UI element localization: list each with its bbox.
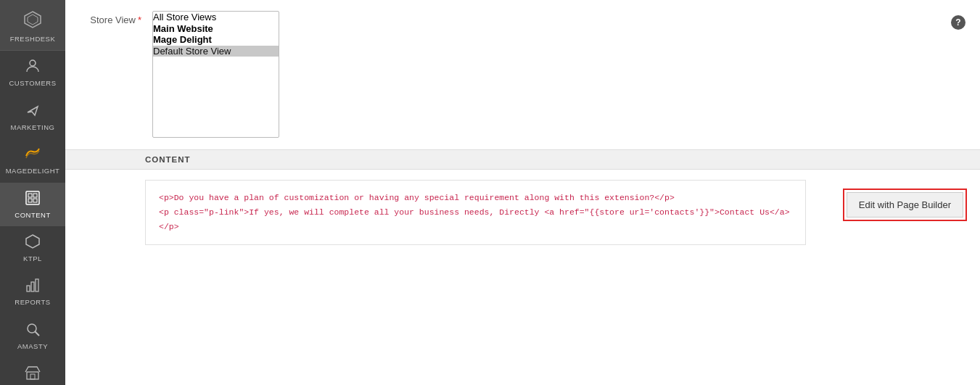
help-icon-wrapper: ? <box>945 11 965 30</box>
amasty-icon <box>25 321 41 339</box>
store-view-label: Store View* <box>80 11 152 25</box>
sidebar-item-label-customers: CUSTOMERS <box>9 79 56 87</box>
sidebar: FRESHDESK CUSTOMERS MARKETING MAGEDELIGH… <box>0 0 65 385</box>
content-code-block: <p>Do you have a plan of customization o… <box>145 180 806 245</box>
store-view-field: All Store Views Main Website Mage Deligh… <box>152 11 945 138</box>
stores-icon <box>25 365 41 383</box>
store-view-option-all[interactable]: All Store Views <box>153 12 279 23</box>
svg-marker-8 <box>26 235 39 248</box>
customers-icon <box>25 58 41 76</box>
svg-rect-7 <box>33 199 37 202</box>
store-view-option-main[interactable]: Main Website <box>153 23 279 35</box>
content-icon <box>25 190 41 208</box>
store-view-option-default[interactable]: Default Store View <box>153 46 279 57</box>
svg-rect-10 <box>31 282 34 291</box>
sidebar-item-magedelight[interactable]: MAGEDELIGHT <box>0 138 65 182</box>
sidebar-item-marketing[interactable]: MARKETING <box>0 95 65 138</box>
magedelight-icon <box>25 146 41 164</box>
sidebar-item-amasty[interactable]: AMASTY <box>0 314 65 357</box>
content-section-heading: CONTENT <box>65 149 980 170</box>
sidebar-item-label-amasty: AMASTY <box>17 342 48 350</box>
content-label: CONTENT <box>145 155 191 164</box>
main-content: Store View* All Store Views Main Website… <box>65 0 980 385</box>
sidebar-item-label-ktpl: KTPL <box>23 254 42 262</box>
svg-point-2 <box>30 60 36 66</box>
sidebar-item-label-freshdesk: FRESHDESK <box>10 35 56 43</box>
svg-rect-11 <box>36 279 38 291</box>
svg-marker-1 <box>28 15 38 25</box>
marketing-icon <box>25 102 41 120</box>
freshdesk-icon <box>23 10 42 32</box>
svg-rect-6 <box>33 194 37 197</box>
help-icon[interactable]: ? <box>951 15 965 30</box>
svg-rect-15 <box>30 374 35 379</box>
store-view-label-text: Store View <box>90 15 136 25</box>
code-line-2: <p class="p-link">If yes, we will comple… <box>159 205 792 234</box>
svg-rect-14 <box>27 372 38 379</box>
sidebar-item-label-content: CONTENT <box>15 211 50 219</box>
sidebar-item-stores[interactable]: STORES <box>0 357 65 385</box>
sidebar-item-customers[interactable]: CUSTOMERS <box>0 51 65 94</box>
sidebar-item-content[interactable]: CONTENT <box>0 183 65 226</box>
svg-rect-5 <box>28 199 32 202</box>
page-builder-button-wrapper: Edit with Page Builder <box>843 189 967 221</box>
svg-point-12 <box>28 324 36 333</box>
sidebar-item-label-marketing: MARKETING <box>11 123 55 131</box>
required-star: * <box>138 15 141 25</box>
reports-icon <box>25 277 41 295</box>
sidebar-item-reports[interactable]: REPORTS <box>0 270 65 313</box>
content-area: Edit with Page Builder <p>Do you have a … <box>65 180 980 245</box>
sidebar-item-label-magedelight: MAGEDELIGHT <box>6 167 60 175</box>
page-builder-button[interactable]: Edit with Page Builder <box>847 192 963 218</box>
svg-marker-0 <box>25 12 41 28</box>
svg-rect-4 <box>28 194 32 197</box>
svg-rect-9 <box>27 286 30 291</box>
sidebar-item-label-reports: REPORTS <box>15 298 50 306</box>
store-view-select[interactable]: All Store Views Main Website Mage Deligh… <box>152 11 279 138</box>
store-view-option-mage[interactable]: Mage Delight <box>153 34 279 46</box>
ktpl-icon <box>25 233 41 252</box>
sidebar-item-freshdesk[interactable]: FRESHDESK <box>0 0 65 51</box>
svg-line-13 <box>36 331 40 336</box>
store-view-row: Store View* All Store Views Main Website… <box>65 0 980 149</box>
sidebar-item-ktpl[interactable]: KTPL <box>0 226 65 270</box>
code-line-1: <p>Do you have a plan of customization o… <box>159 191 792 205</box>
